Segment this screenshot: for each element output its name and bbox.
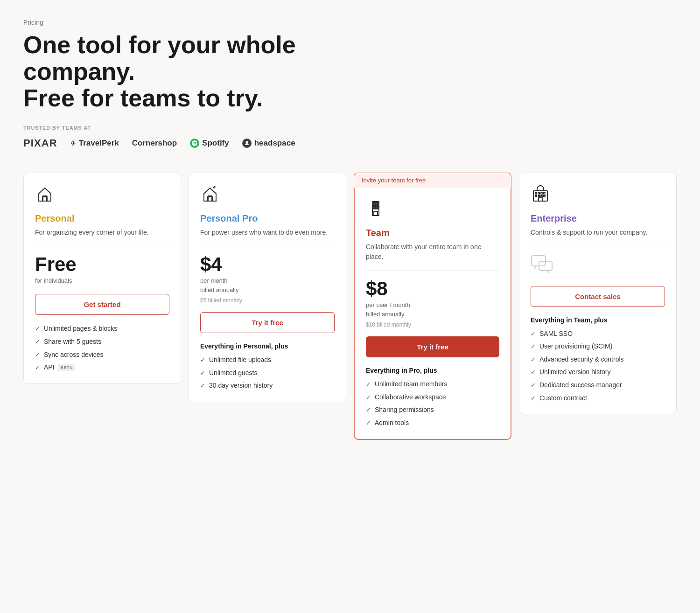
get-started-button[interactable]: Get started: [35, 294, 169, 315]
feature-item: ✓ Admin tools: [366, 418, 499, 428]
plan-icon-personal-pro: [200, 184, 335, 207]
logo-headspace: headspace: [242, 139, 295, 148]
price-note-personal: for individuals: [35, 276, 169, 286]
feature-text: Unlimited team members: [375, 380, 448, 389]
check-icon: ✓: [35, 338, 40, 346]
svg-rect-13: [377, 208, 378, 209]
plans-grid: Personal For organizing every corner of …: [23, 173, 677, 440]
check-icon: ✓: [366, 393, 371, 402]
plan-desc-personal-pro: For power users who want to do even more…: [200, 228, 335, 237]
check-icon: ✓: [35, 325, 40, 333]
trusted-label: Trusted by teams at: [23, 125, 677, 131]
price-note-personal-pro: per monthbilled annually: [200, 276, 335, 296]
plan-name-personal: Personal: [35, 213, 169, 224]
spotify-icon: [190, 139, 199, 148]
svg-rect-20: [535, 195, 537, 197]
feature-text: Advanced security & controls: [539, 355, 624, 364]
check-icon: ✓: [200, 356, 205, 364]
svg-rect-19: [544, 193, 545, 194]
invite-banner: Invite your team for free: [354, 173, 511, 188]
svg-rect-24: [539, 198, 542, 201]
price-section-personal-pro: $4 per monthbilled annually $5 billed mo…: [200, 255, 335, 304]
feature-item: ✓ Sync across devices: [35, 350, 169, 360]
try-it-free-button-team[interactable]: Try it free: [366, 336, 499, 357]
feature-text: Collaborative workspace: [375, 393, 446, 402]
price-main-team: $8: [366, 279, 499, 299]
feature-text: Admin tools: [375, 418, 409, 428]
feature-text: Unlimited version history: [539, 368, 611, 377]
svg-rect-12: [375, 208, 376, 209]
svg-rect-10: [377, 205, 378, 207]
plan-icon-personal: [35, 184, 169, 207]
features-header-enterprise: Everything in Team, plus: [531, 316, 665, 324]
check-icon: ✓: [366, 406, 371, 414]
svg-rect-9: [375, 205, 376, 207]
try-it-free-button-pro[interactable]: Try it free: [200, 312, 335, 333]
feature-text: Sync across devices: [44, 350, 104, 360]
plan-desc-enterprise: Controls & support to run your company.: [531, 228, 665, 237]
check-icon: ✓: [200, 382, 205, 390]
check-icon: ✓: [531, 355, 536, 364]
check-icon: ✓: [531, 330, 536, 338]
check-icon: ✓: [200, 369, 205, 377]
logo-pixar: PIXAR: [23, 137, 57, 149]
check-icon: ✓: [531, 342, 536, 351]
svg-rect-11: [373, 208, 374, 209]
travelperk-icon: ✈: [70, 139, 76, 147]
price-main-personal: Free: [35, 255, 169, 274]
svg-rect-16: [535, 193, 537, 194]
enterprise-chat-icon: [531, 255, 665, 279]
plan-icon-enterprise: [531, 184, 665, 207]
feature-item: ✓ Unlimited pages & blocks: [35, 324, 169, 334]
check-icon: ✓: [366, 419, 371, 427]
price-section-personal: Free for individuals: [35, 255, 169, 286]
feature-item: ✓ Custom contract: [531, 394, 665, 403]
price-section-team: $8 per user / monthbilled annually $10 b…: [366, 279, 499, 328]
feature-item: ✓ Unlimited version history: [531, 368, 665, 377]
feature-text: Share with 5 guests: [44, 337, 101, 347]
price-monthly-personal-pro: $5 billed monthly: [200, 297, 335, 304]
beta-badge: BETA: [58, 364, 75, 371]
hero-title: One tool for your whole company.Free for…: [23, 32, 341, 112]
feature-item: ✓ Unlimited guests: [200, 369, 335, 378]
headspace-icon: [242, 139, 252, 148]
logo-travelperk: ✈ TravelPerk: [70, 139, 119, 148]
plan-name-personal-pro: Personal Pro: [200, 213, 335, 224]
logo-cornershop: Cornershop: [132, 139, 177, 148]
plan-card-team: Team Collaborate with your entire team i…: [354, 187, 511, 440]
svg-rect-17: [538, 193, 539, 194]
svg-rect-8: [373, 205, 374, 207]
features-header-team: Everything in Pro, plus: [366, 367, 499, 374]
feature-item: ✓ Advanced security & controls: [531, 355, 665, 364]
features-list-personal: ✓ Unlimited pages & blocks ✓ Share with …: [35, 324, 169, 372]
feature-text: Unlimited file uploads: [209, 355, 271, 365]
features-list-enterprise: ✓ SAML SSO ✓ User provisioning (SCIM) ✓ …: [531, 329, 665, 403]
feature-text: Unlimited pages & blocks: [44, 324, 117, 334]
price-monthly-team: $10 billed monthly: [366, 321, 499, 328]
svg-rect-6: [375, 202, 376, 204]
feature-text: Sharing permissions: [375, 405, 434, 415]
feature-item: ✓ API BETA: [35, 363, 169, 372]
plan-name-enterprise: Enterprise: [531, 213, 665, 224]
check-icon: ✓: [35, 351, 40, 359]
check-icon: ✓: [531, 368, 536, 376]
price-note-team: per user / monthbilled annually: [366, 300, 499, 320]
svg-rect-5: [373, 202, 374, 204]
check-icon: ✓: [531, 394, 536, 403]
plan-name-team: Team: [366, 228, 499, 238]
plan-icon-team: [366, 199, 499, 221]
check-icon: ✓: [366, 380, 371, 389]
feature-item: ✓ Unlimited team members: [366, 380, 499, 389]
trusted-logos: PIXAR ✈ TravelPerk Cornershop Spotify he…: [23, 137, 677, 149]
plan-desc-team: Collaborate with your entire team in one…: [366, 242, 499, 262]
price-main-personal-pro: $4: [200, 255, 335, 274]
feature-text: SAML SSO: [539, 329, 573, 339]
plan-card-enterprise: Enterprise Controls & support to run you…: [519, 173, 677, 415]
feature-item: ✓ Collaborative workspace: [366, 393, 499, 402]
pricing-label: Pricing: [23, 19, 677, 26]
plan-card-personal: Personal For organizing every corner of …: [23, 173, 181, 384]
feature-text: 30 day version history: [209, 381, 273, 390]
svg-point-3: [214, 186, 216, 187]
feature-text: Unlimited guests: [209, 369, 258, 378]
contact-sales-button[interactable]: Contact sales: [531, 286, 665, 307]
